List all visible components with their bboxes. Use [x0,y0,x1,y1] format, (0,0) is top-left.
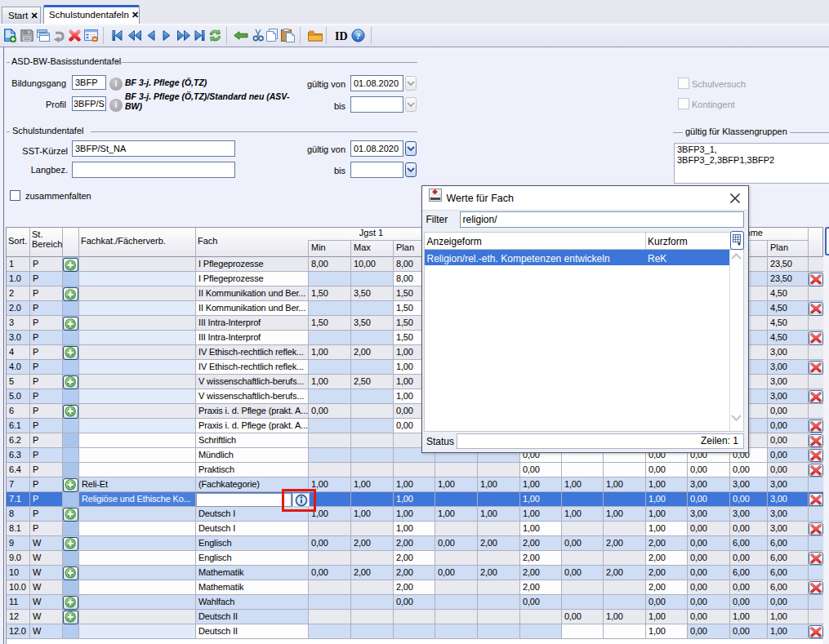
svg-text:?: ? [356,31,361,41]
